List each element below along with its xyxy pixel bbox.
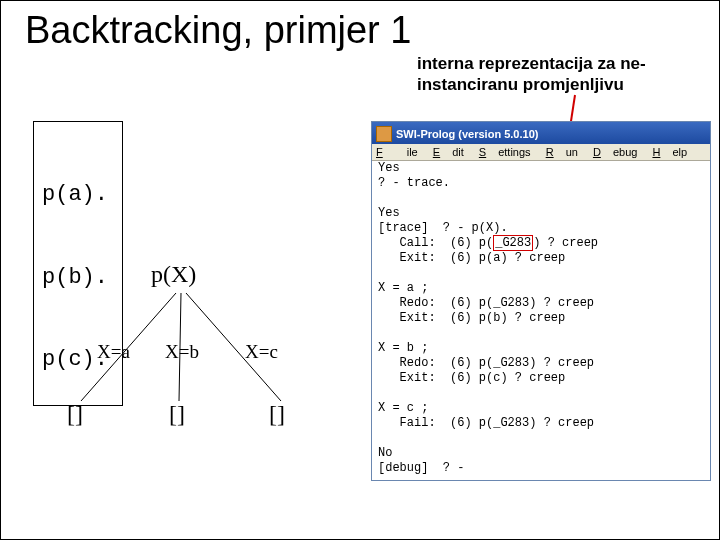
swi-icon: [376, 126, 392, 142]
tree-edge-c: X=c: [245, 341, 278, 363]
swi-menubar: File Edit Settings Run Debug Help: [372, 144, 710, 161]
menu-file[interactable]: File: [376, 146, 418, 158]
tree-leaf-1: []: [67, 401, 83, 428]
search-tree: p(X) X=a X=b X=c [] [] []: [61, 241, 341, 451]
slide-title: Backtracking, primjer 1: [25, 9, 411, 52]
tree-root: p(X): [151, 261, 196, 288]
menu-edit[interactable]: Edit: [433, 146, 464, 158]
tree-leaf-2: []: [169, 401, 185, 428]
menu-run[interactable]: Run: [546, 146, 578, 158]
menu-settings[interactable]: Settings: [479, 146, 531, 158]
menu-debug[interactable]: Debug: [593, 146, 637, 158]
subtitle-line-2: instanciranu promjenljivu: [417, 75, 624, 94]
swi-console-output: Yes ? - trace. Yes [trace] ? - p(X). Cal…: [372, 161, 710, 480]
internal-var-highlight: _G283: [493, 235, 533, 251]
tree-leaf-3: []: [269, 401, 285, 428]
fact-1: p(a).: [42, 181, 108, 209]
swi-title-text: SWI-Prolog (version 5.0.10): [396, 128, 538, 140]
menu-help[interactable]: Help: [652, 146, 687, 158]
swi-prolog-window: SWI-Prolog (version 5.0.10) File Edit Se…: [371, 121, 711, 481]
subtitle: interna reprezentacija za ne- instancira…: [417, 53, 646, 96]
swi-titlebar: SWI-Prolog (version 5.0.10): [372, 122, 710, 144]
tree-edge-a: X=a: [97, 341, 130, 363]
tree-edge-b: X=b: [165, 341, 199, 363]
subtitle-line-1: interna reprezentacija za ne-: [417, 54, 646, 73]
